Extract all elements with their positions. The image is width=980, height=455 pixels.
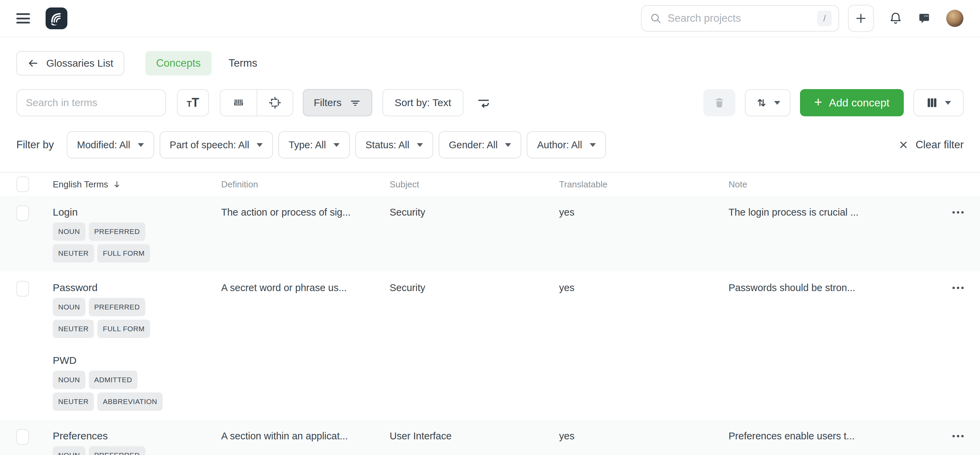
terms-search[interactable] (16, 89, 166, 116)
filter-gender[interactable]: Gender: All (439, 131, 521, 159)
table-body: LoginNOUNPREFERREDNEUTERFULL FORM The ac… (0, 196, 980, 455)
notifications-button[interactable] (889, 11, 902, 25)
table-row: LoginNOUNPREFERREDNEUTERFULL FORM The ac… (0, 196, 980, 271)
trash-icon (713, 96, 726, 109)
column-header-translatable[interactable]: Translatable (559, 179, 729, 190)
glossary-page: / (0, 0, 980, 455)
term-tags: NOUNPREFERREDNEUTERFULL FORM (53, 298, 182, 338)
add-project-button[interactable] (848, 5, 874, 32)
chevron-down-icon (774, 101, 780, 105)
barcode-button[interactable] (221, 90, 256, 116)
note-cell: Preferences enable users t... (729, 429, 919, 443)
terms-cell: LoginNOUNPREFERREDNEUTERFULL FORM (53, 205, 221, 263)
terms-search-input[interactable] (26, 97, 156, 108)
scan-tools-group (220, 89, 293, 116)
term-tag: NOUN (53, 446, 86, 455)
chevron-down-icon (505, 143, 511, 147)
funnel-icon (349, 97, 361, 109)
plus-icon: + (814, 95, 822, 109)
filter-modified[interactable]: Modified: All (67, 131, 154, 159)
project-search[interactable]: / (641, 5, 839, 32)
clear-filter-button[interactable]: Clear filter (898, 139, 964, 151)
definition-cell: A section within an applicat... (221, 429, 390, 443)
term-group: PasswordNOUNPREFERREDNEUTERFULL FORM (53, 281, 211, 338)
chevron-down-icon (334, 143, 340, 147)
term-tag: ADMITTED (89, 371, 137, 389)
term-tags: NOUNPREFERREDNEUTERFULL FORM (53, 222, 182, 263)
filter-gender-label: Gender: All (449, 140, 498, 151)
topbar-right: / (641, 5, 964, 32)
back-to-glossaries-button[interactable]: Glossaries List (16, 51, 124, 76)
chevron-down-icon (256, 143, 263, 147)
row-checkbox[interactable] (16, 281, 29, 296)
add-concept-label: Add concept (829, 97, 889, 109)
select-all-checkbox[interactable] (16, 176, 29, 192)
app-logo[interactable] (46, 8, 67, 29)
bell-icon (889, 11, 902, 25)
term-group: PreferencesNOUNPREFERREDNEUTERFULL FORM (53, 429, 211, 455)
filter-part-of-speech[interactable]: Part of speech: All (159, 131, 273, 159)
row-menu-button[interactable] (953, 281, 964, 295)
hamburger-menu-icon[interactable] (16, 13, 30, 24)
filter-by-label: Filter by (16, 139, 54, 151)
sort-by-label: Sort by: Text (395, 97, 451, 108)
term-tag: PREFERRED (89, 222, 145, 241)
subject-cell: User Interface (390, 429, 559, 443)
columns-button[interactable] (913, 89, 964, 116)
sort-by-button[interactable]: Sort by: Text (382, 89, 463, 116)
note-cell: Passwords should be stron... (729, 281, 919, 295)
term-tag: FULL FORM (97, 244, 150, 263)
topbar: / (0, 0, 980, 37)
user-avatar[interactable] (946, 10, 964, 27)
term-tag: NEUTER (53, 392, 94, 411)
app-logo-glyph (49, 11, 64, 26)
search-shortcut-badge: / (817, 11, 832, 26)
tab-concepts[interactable]: Concepts (145, 51, 212, 76)
filter-type[interactable]: Type: All (278, 131, 350, 159)
feedback-button[interactable] (917, 11, 931, 25)
filter-part-of-speech-label: Part of speech: All (170, 140, 250, 151)
search-icon (650, 13, 662, 24)
term-tag: PREFERRED (89, 446, 145, 455)
filter-type-label: Type: All (288, 140, 326, 151)
feedback-icon (917, 11, 931, 25)
close-icon (898, 140, 909, 150)
definition-cell: A secret word or phrase us... (221, 281, 390, 295)
sort-direction-button[interactable] (745, 89, 791, 116)
plus-icon (854, 12, 867, 25)
column-header-terms[interactable]: English Terms (53, 179, 221, 190)
frame-select-button[interactable] (256, 90, 293, 116)
project-search-input[interactable] (668, 12, 817, 24)
definition-cell: The action or process of sig... (221, 205, 390, 219)
row-checkbox[interactable] (16, 429, 29, 445)
column-header-definition[interactable]: Definition (221, 179, 390, 190)
filters-button[interactable]: Filters (303, 89, 372, 116)
back-arrow-icon (27, 57, 39, 69)
row-menu-button[interactable] (953, 429, 964, 443)
sort-down-icon (112, 180, 121, 189)
term-text: Password (53, 281, 211, 295)
terms-cell: PreferencesNOUNPREFERREDNEUTERFULL FORM (53, 429, 221, 455)
column-header-subject[interactable]: Subject (390, 179, 559, 190)
text-case-button[interactable]: TT (177, 89, 209, 116)
sort-direction-icon (755, 96, 768, 109)
term-tag: FULL FORM (97, 320, 150, 338)
chevron-down-icon (945, 101, 951, 105)
wrap-toggle-button[interactable] (476, 95, 491, 110)
column-header-note[interactable]: Note (729, 179, 919, 190)
row-menu-button[interactable] (953, 205, 964, 219)
table-row: PasswordNOUNPREFERREDNEUTERFULL FORMPWDN… (0, 271, 980, 420)
tab-terms[interactable]: Terms (218, 51, 268, 76)
delete-button[interactable] (703, 89, 735, 116)
term-text: Preferences (53, 429, 211, 443)
subject-cell: Security (390, 205, 559, 219)
filter-status[interactable]: Status: All (355, 131, 433, 159)
term-tag: PREFERRED (89, 298, 145, 316)
row-checkbox[interactable] (16, 205, 29, 221)
columns-icon (926, 97, 938, 109)
table-row: PreferencesNOUNPREFERREDNEUTERFULL FORM … (0, 420, 980, 455)
filter-author[interactable]: Author: All (527, 131, 606, 159)
add-concept-button[interactable]: + Add concept (800, 89, 904, 116)
column-header-terms-label: English Terms (53, 179, 108, 190)
terms-toolbar: TT Filters Sort by: Text (0, 89, 980, 116)
